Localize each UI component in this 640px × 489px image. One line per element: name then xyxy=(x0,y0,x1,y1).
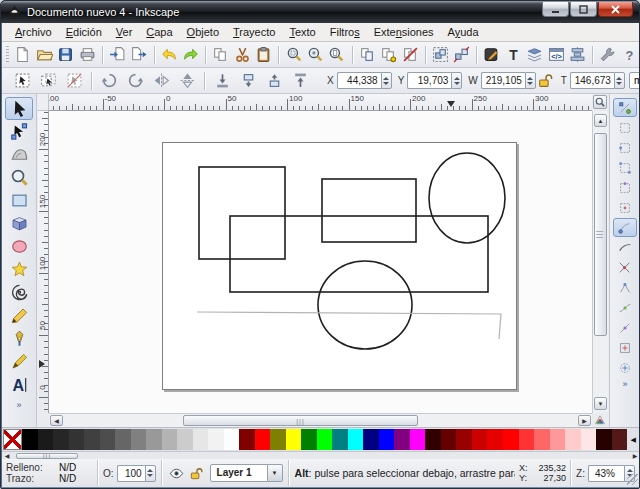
drawn-rect[interactable] xyxy=(199,167,285,259)
color-swatch[interactable] xyxy=(441,429,457,450)
color-swatch[interactable] xyxy=(581,429,597,450)
tweak-tool[interactable] xyxy=(5,143,33,166)
create-clone-button[interactable] xyxy=(379,44,398,66)
canvas[interactable] xyxy=(49,111,592,413)
color-swatch[interactable] xyxy=(255,429,271,450)
pencil-tool[interactable] xyxy=(5,304,33,327)
color-swatch[interactable] xyxy=(550,429,566,450)
minimize-button[interactable] xyxy=(542,2,569,17)
node-editor-tool[interactable] xyxy=(5,120,33,143)
snap-bbox-corners-button[interactable] xyxy=(613,158,637,177)
height-field[interactable]: 146,673 xyxy=(570,72,625,89)
select-all-layers-button[interactable] xyxy=(36,70,60,92)
pen-tool[interactable] xyxy=(5,327,33,350)
color-swatch[interactable] xyxy=(410,429,426,450)
horizontal-scrollbar[interactable]: ◀ ||| ▶ xyxy=(49,413,592,427)
color-swatch[interactable] xyxy=(394,429,410,450)
color-swatch[interactable] xyxy=(456,429,472,450)
color-swatch[interactable] xyxy=(379,429,395,450)
color-swatch[interactable] xyxy=(503,429,519,450)
width-field[interactable]: 219,105 xyxy=(481,72,536,89)
y-field[interactable]: 19,703 xyxy=(407,72,462,89)
palette-scroll-left-icon[interactable]: ◀ xyxy=(2,452,12,459)
scroll-up-icon[interactable]: ▲ xyxy=(594,114,607,127)
color-management-icon[interactable] xyxy=(592,413,608,427)
toolbox-overflow-chevron[interactable]: » xyxy=(2,400,36,410)
zoom-corner-button[interactable] xyxy=(593,95,607,109)
menu-item-ver[interactable]: Ver xyxy=(109,24,140,40)
snap-nodes-button[interactable] xyxy=(613,218,637,237)
print-document-button[interactable] xyxy=(78,44,97,66)
calligraphy-tool[interactable] xyxy=(5,350,33,373)
color-swatch[interactable] xyxy=(208,429,224,450)
ellipse-tool[interactable] xyxy=(5,235,33,258)
snap-smooth-nodes-button[interactable] xyxy=(613,298,637,317)
drawn-rect[interactable] xyxy=(230,216,488,292)
rectangle-tool[interactable] xyxy=(5,189,33,212)
snapbar-overflow-chevron[interactable]: » xyxy=(610,379,640,389)
ungroup-objects-button[interactable] xyxy=(452,44,471,66)
scroll-right-icon[interactable]: ▶ xyxy=(578,415,591,426)
color-swatch[interactable] xyxy=(348,429,364,450)
zoom-selection-button[interactable] xyxy=(284,44,303,66)
menu-item-capa[interactable]: Capa xyxy=(139,24,179,40)
snap-cusp-nodes-button[interactable] xyxy=(613,278,637,297)
color-swatch[interactable] xyxy=(162,429,178,450)
color-swatch[interactable] xyxy=(519,429,535,450)
lock-ratio-icon[interactable] xyxy=(537,70,554,92)
redo-button[interactable] xyxy=(181,44,200,66)
select-all-button[interactable] xyxy=(10,70,34,92)
selector-tool[interactable] xyxy=(5,97,33,120)
menu-item-edicin[interactable]: Edición xyxy=(59,24,109,40)
rotate-ccw-button[interactable] xyxy=(97,70,121,92)
color-swatch[interactable] xyxy=(317,429,333,450)
drawn-rect[interactable] xyxy=(322,179,416,242)
palette-scroll-arrow-icon[interactable]: ◀ xyxy=(627,429,639,450)
color-swatch[interactable] xyxy=(239,429,255,450)
snap-bbox-edge-midpoints-button[interactable] xyxy=(613,178,637,197)
snap-paths-button[interactable] xyxy=(613,238,637,257)
color-swatch[interactable] xyxy=(131,429,147,450)
color-swatch[interactable] xyxy=(612,429,628,450)
palette-scrollbar[interactable]: ◀ ||| ▶ xyxy=(2,451,640,459)
star-tool[interactable] xyxy=(5,258,33,281)
palette-scrollbar-thumb[interactable]: ||| xyxy=(16,453,78,459)
vertical-scrollbar-thumb[interactable]: ||| xyxy=(594,133,607,336)
color-swatch[interactable] xyxy=(193,429,209,450)
color-swatch[interactable] xyxy=(22,429,38,450)
unit-select[interactable]: mm▼ xyxy=(629,72,640,89)
color-swatch[interactable] xyxy=(534,429,550,450)
color-swatch[interactable] xyxy=(565,429,581,450)
snap-bbox-edges-button[interactable] xyxy=(613,138,637,157)
box-3d-tool[interactable] xyxy=(5,212,33,235)
scroll-left-icon[interactable]: ◀ xyxy=(50,415,63,426)
text-dialog-button[interactable]: T xyxy=(504,44,523,66)
zoom-page-button[interactable] xyxy=(327,44,346,66)
color-swatch[interactable] xyxy=(286,429,302,450)
color-swatch[interactable] xyxy=(84,429,100,450)
copy-button[interactable] xyxy=(211,44,230,66)
color-swatch[interactable] xyxy=(472,429,488,450)
menu-item-archivo[interactable]: Archivo xyxy=(8,24,59,40)
color-swatch[interactable] xyxy=(224,429,240,450)
duplicate-button[interactable] xyxy=(357,44,376,66)
color-swatch[interactable] xyxy=(270,429,286,450)
help-button[interactable]: ? xyxy=(620,44,639,66)
cut-button[interactable] xyxy=(233,44,252,66)
drawn-line[interactable] xyxy=(197,312,501,339)
color-swatch[interactable] xyxy=(100,429,116,450)
drawn-ellipse[interactable] xyxy=(429,153,505,243)
raise-one-step-button[interactable] xyxy=(262,70,286,92)
palette-scroll-right-icon[interactable]: ▶ xyxy=(630,452,640,459)
color-swatch[interactable] xyxy=(332,429,348,450)
flip-horizontal-button[interactable] xyxy=(149,70,173,92)
layer-selector[interactable]: Layer 1 ▼ xyxy=(210,464,283,482)
toolbar-grip[interactable] xyxy=(6,46,9,64)
preferences-button[interactable] xyxy=(598,44,617,66)
color-swatch[interactable] xyxy=(596,429,612,450)
text-tool[interactable]: A xyxy=(5,373,33,396)
color-swatch[interactable] xyxy=(301,429,317,450)
snap-bbox-button[interactable] xyxy=(613,118,637,137)
spiral-tool[interactable] xyxy=(5,281,33,304)
scroll-down-icon[interactable]: ▼ xyxy=(594,397,607,410)
